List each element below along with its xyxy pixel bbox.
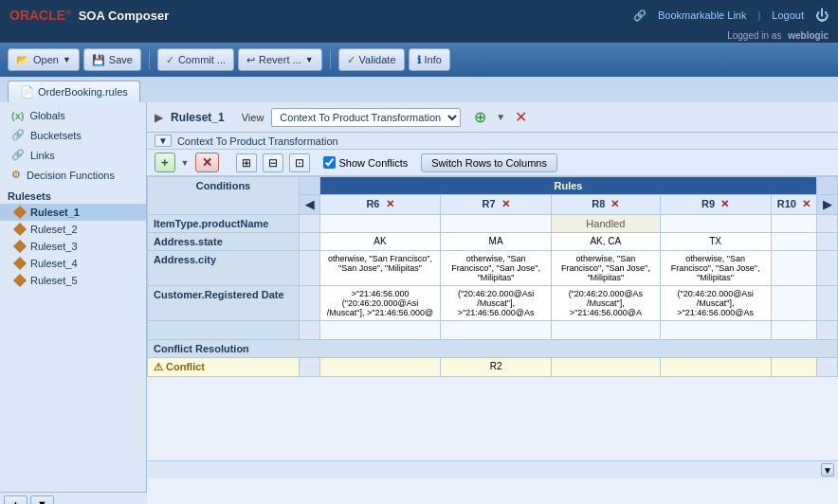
nav-globals[interactable]: (x) Globals xyxy=(0,106,146,125)
conflict-resolution-header-row: Conflict Resolution xyxy=(148,340,838,358)
conflict-condition-cell: ⚠ Conflict xyxy=(148,358,300,377)
left-panel: (x) Globals 🔗 Bucketsets 🔗 Links ⚙ Decis… xyxy=(0,102,147,504)
empty-r8[interactable] xyxy=(552,321,660,340)
ruleset-item-5[interactable]: Ruleset_5 xyxy=(0,272,146,289)
rules-table-container[interactable]: Conditions Rules ◀ R6 ✕ xyxy=(147,176,838,460)
col-r8-close[interactable]: ✕ xyxy=(610,198,619,209)
row2-r6[interactable]: AK xyxy=(320,233,441,251)
properties-button[interactable]: ⊡ xyxy=(289,153,310,172)
conflict-r6[interactable] xyxy=(320,358,441,377)
row1-r9[interactable] xyxy=(660,215,771,233)
collapse-bar-label: Context To Product Transformation xyxy=(177,135,338,147)
main-area: (x) Globals 🔗 Bucketsets 🔗 Links ⚙ Decis… xyxy=(0,102,838,504)
conflict-r8[interactable] xyxy=(552,358,660,377)
empty-r6[interactable] xyxy=(320,321,441,340)
nav-decision-functions[interactable]: ⚙ Decision Functions xyxy=(0,165,146,185)
ruleset-item-1[interactable]: Ruleset_1 xyxy=(0,204,146,221)
ruleset-diamond-icon xyxy=(13,206,27,219)
save-button[interactable]: 💾 Save xyxy=(83,48,141,71)
add-rule-button[interactable]: + xyxy=(155,153,175,172)
row2-r9[interactable]: TX xyxy=(660,233,771,251)
add-rule-dropdown[interactable]: ▼ xyxy=(181,158,190,168)
scroll-down-button[interactable]: ▼ xyxy=(821,463,834,477)
validate-button[interactable]: ✓ Validate xyxy=(338,48,405,71)
ruleset-collapse-icon[interactable]: ▶ xyxy=(155,111,163,124)
conflict-r9[interactable] xyxy=(660,358,771,377)
row3-nav-right xyxy=(817,251,838,286)
nav-links[interactable]: 🔗 Links xyxy=(0,145,146,165)
conflict-r10[interactable] xyxy=(771,358,816,377)
delete-rule-button[interactable]: ✕ xyxy=(195,153,219,172)
ruleset-diamond-icon-3 xyxy=(13,240,27,253)
row3-r10[interactable] xyxy=(771,251,816,286)
row3-r7[interactable]: otherwise, "San Francisco", "San Jose", … xyxy=(440,251,551,286)
nav-bucketsets[interactable]: 🔗 Bucketsets xyxy=(0,125,146,145)
open-dropdown-arrow[interactable]: ▼ xyxy=(63,55,71,64)
ruleset-item-4[interactable]: Ruleset_4 xyxy=(0,255,146,272)
collapse-button[interactable]: ▼ xyxy=(155,135,172,147)
condition-cell-1: ItemType.productName xyxy=(148,215,300,233)
add-view-button[interactable]: ⊕ xyxy=(472,106,488,128)
row1-r7[interactable] xyxy=(440,215,551,233)
col-r7-close[interactable]: ✕ xyxy=(501,198,510,209)
tab-bar: 📄 OrderBooking.rules xyxy=(0,77,838,102)
delete-view-button[interactable]: ✕ xyxy=(513,106,529,128)
row4-r10[interactable] xyxy=(771,286,816,321)
switch-rows-cols-button[interactable]: Switch Rows to Columns xyxy=(421,153,557,172)
revert-button[interactable]: ↩ Revert ... ▼ xyxy=(238,48,322,71)
row4-r8[interactable]: ("20:46:20.000@As /Muscat"], >"21:46:56.… xyxy=(552,286,660,321)
nav-right-arrow[interactable]: ▶ xyxy=(817,195,838,215)
nav-left-arrow[interactable]: ◀ xyxy=(300,195,320,215)
row2-r10[interactable] xyxy=(771,233,816,251)
row2-r7[interactable]: MA xyxy=(440,233,551,251)
row1-r8[interactable]: Handled xyxy=(552,215,660,233)
col-r9-close[interactable]: ✕ xyxy=(720,198,729,209)
empty-r10[interactable] xyxy=(771,321,816,340)
empty-r7[interactable] xyxy=(440,321,551,340)
conflict-r2-val[interactable]: R2 xyxy=(440,358,551,377)
orderbooking-tab[interactable]: 📄 OrderBooking.rules xyxy=(8,81,140,102)
rulesets-section-label: Rulesets xyxy=(0,185,146,204)
conflict-row: ⚠ Conflict R2 xyxy=(148,358,838,377)
open-button[interactable]: 📂 Open ▼ xyxy=(8,48,80,71)
show-conflicts-checkbox[interactable] xyxy=(323,156,336,169)
conflict-resolution-label: Conflict Resolution xyxy=(154,343,249,354)
table-row: Customer.Registered Date >"21:46:56.000 … xyxy=(148,286,838,321)
bookmarkable-link[interactable]: Bookmarkable Link xyxy=(658,9,747,21)
row4-r9[interactable]: ("20:46:20.000@Asi /Muscat"], >"21:46:56… xyxy=(660,286,771,321)
view-dropdown-arrow[interactable]: ▼ xyxy=(496,112,505,122)
move-down-button[interactable]: ▼ xyxy=(30,495,54,504)
left-panel-footer: ▲ ▼ xyxy=(0,492,147,504)
row1-r6[interactable] xyxy=(320,215,441,233)
col-r10-header: R10 ✕ xyxy=(771,195,816,215)
logout-icon: ⏻ xyxy=(815,8,829,23)
outdent-button[interactable]: ⊟ xyxy=(263,153,283,172)
move-up-button[interactable]: ▲ xyxy=(4,495,27,504)
empty-r9[interactable] xyxy=(660,321,771,340)
commit-button[interactable]: ✓ Commit ... xyxy=(157,48,234,71)
ruleset-item-3[interactable]: Ruleset_3 xyxy=(0,238,146,255)
app-name: SOA Composer xyxy=(79,9,170,23)
indent-button[interactable]: ⊞ xyxy=(236,153,257,172)
revert-dropdown-arrow[interactable]: ▼ xyxy=(305,55,314,64)
col-r10-close[interactable]: ✕ xyxy=(802,198,811,209)
row2-r8[interactable]: AK, CA xyxy=(552,233,660,251)
app-header: ORACLE® SOA Composer 🔗 Bookmarkable Link… xyxy=(0,0,838,30)
ruleset-item-2[interactable]: Ruleset_2 xyxy=(0,221,146,238)
globals-icon: (x) xyxy=(11,110,24,121)
row4-r7[interactable]: ("20:46:20.000@Asi /Muscat"], >"21:46:56… xyxy=(440,286,551,321)
row3-r8[interactable]: otherwise, "San Francisco", "San Jose", … xyxy=(552,251,660,286)
view-select[interactable]: Context To Product Transformation xyxy=(271,108,461,127)
col-r6-close[interactable]: ✕ xyxy=(386,198,394,209)
info-button[interactable]: ℹ Info xyxy=(409,48,450,71)
ruleset-diamond-icon-4 xyxy=(13,257,27,270)
row3-r6[interactable]: otherwise, "San Francisco", "San Jose", … xyxy=(320,251,441,286)
row2-nav-left xyxy=(300,233,320,251)
row3-r9[interactable]: otherwise, "San Francisco", "San Jose", … xyxy=(660,251,771,286)
folder-icon: 📂 xyxy=(16,54,29,66)
table-row xyxy=(148,321,838,340)
row1-r10[interactable] xyxy=(771,215,816,233)
show-conflicts-label[interactable]: Show Conflicts xyxy=(323,156,409,169)
logout-link[interactable]: Logout xyxy=(772,9,804,21)
row4-r6[interactable]: >"21:46:56.000 ("20:46:20.000@Asi /Musca… xyxy=(320,286,441,321)
